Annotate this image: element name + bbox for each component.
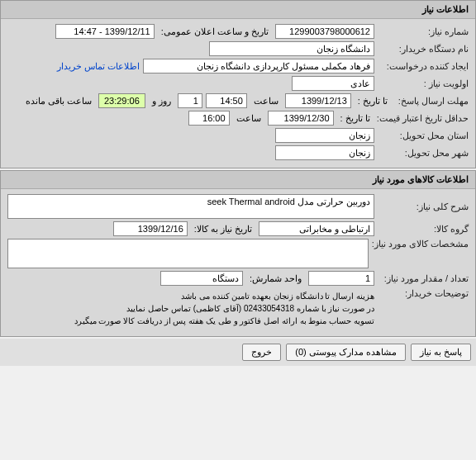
buyer-field[interactable] bbox=[209, 41, 374, 56]
delivery-state-field[interactable] bbox=[275, 128, 374, 143]
unit-label: واحد شمارش: bbox=[246, 273, 305, 284]
goods-info-header: اطلاعات کالاهای مورد نیاز bbox=[1, 171, 475, 189]
deadline-time-field[interactable] bbox=[206, 93, 247, 108]
need-number-label: شماره نیاز: bbox=[378, 26, 469, 37]
delivery-city-label: شهر محل تحویل: bbox=[378, 148, 469, 159]
unit-field[interactable] bbox=[160, 271, 243, 286]
contact-link[interactable]: اطلاعات تماس خریدار bbox=[57, 61, 140, 72]
general-desc-label: شرح کلی نیاز: bbox=[378, 202, 469, 212]
note-line-1: هزینه ارسال تا دانشگاه زنجان بعهده تامین… bbox=[74, 290, 374, 302]
goods-info-panel: اطلاعات کالاهای مورد نیاز شرح کلی نیاز: … bbox=[0, 170, 476, 337]
qty-field[interactable] bbox=[308, 271, 374, 286]
specs-field[interactable] bbox=[7, 239, 369, 268]
exit-button[interactable]: خروج bbox=[242, 344, 281, 361]
priority-field[interactable] bbox=[292, 76, 374, 91]
announce-field[interactable] bbox=[55, 24, 155, 39]
delivery-city-field[interactable] bbox=[275, 145, 374, 160]
buyer-label: نام دستگاه خریدار: bbox=[378, 44, 469, 55]
to-date-label: تا تاریخ : bbox=[355, 96, 391, 107]
requester-field[interactable] bbox=[143, 59, 374, 74]
need-info-header: اطلاعات نیاز bbox=[1, 1, 475, 19]
need-number-field[interactable] bbox=[275, 24, 374, 39]
deadline-label: مهلت ارسال پاسخ: bbox=[394, 96, 469, 107]
general-desc-field[interactable]: دوربین حرارتی مدل seek Thermal android bbox=[7, 194, 374, 219]
validity-time-field[interactable] bbox=[188, 111, 230, 126]
to-date-label-2: تا تاریخ : bbox=[337, 113, 374, 124]
time-label-2: ساعت bbox=[233, 113, 264, 124]
specs-label: مشخصات کالای مورد نیاز: bbox=[372, 239, 469, 249]
need-date-label: تاریخ نیاز به کالا: bbox=[191, 224, 255, 235]
announce-label: تاریخ و ساعت اعلان عمومی: bbox=[158, 26, 272, 37]
qty-label: تعداد / مقدار مورد نیاز: bbox=[378, 273, 469, 284]
validity-date-field[interactable] bbox=[268, 111, 334, 126]
requester-label: ایجاد کننده درخواست: bbox=[378, 61, 469, 72]
deadline-date-field[interactable] bbox=[285, 93, 351, 108]
view-docs-button[interactable]: مشاهده مدارک پیوستی (0) bbox=[286, 344, 406, 361]
remaining-label: ساعت باقی مانده bbox=[22, 96, 95, 107]
time-label-1: ساعت bbox=[250, 96, 282, 107]
remaining-time: 23:29:06 bbox=[98, 93, 145, 108]
buyer-notes-text: هزینه ارسال تا دانشگاه زنجان بعهده تامین… bbox=[74, 288, 374, 329]
group-label: گروه کالا: bbox=[378, 224, 469, 235]
buyer-notes-label: توضیحات خریدار: bbox=[378, 288, 469, 299]
reply-button[interactable]: پاسخ به نیاز bbox=[411, 344, 471, 361]
footer-bar: پاسخ به نیاز مشاهده مدارک پیوستی (0) خرو… bbox=[0, 339, 476, 366]
need-info-panel: اطلاعات نیاز شماره نیاز: تاریخ و ساعت اع… bbox=[0, 0, 476, 168]
validity-label: حداقل تاریخ اعتبار قیمت: bbox=[377, 113, 469, 124]
days-label: روز و bbox=[149, 96, 174, 107]
group-field[interactable] bbox=[259, 221, 374, 236]
note-line-2: در صورت نیاز با شماره 02433054318 (آقای … bbox=[74, 302, 374, 315]
note-line-3: تسویه حساب منوط به ارائه اصل فاکتور و طی… bbox=[74, 315, 374, 327]
delivery-state-label: استان محل تحویل: bbox=[378, 130, 469, 141]
need-date-field[interactable] bbox=[113, 221, 188, 236]
priority-label: اولویت نیاز : bbox=[378, 78, 469, 89]
days-field[interactable] bbox=[178, 93, 202, 108]
